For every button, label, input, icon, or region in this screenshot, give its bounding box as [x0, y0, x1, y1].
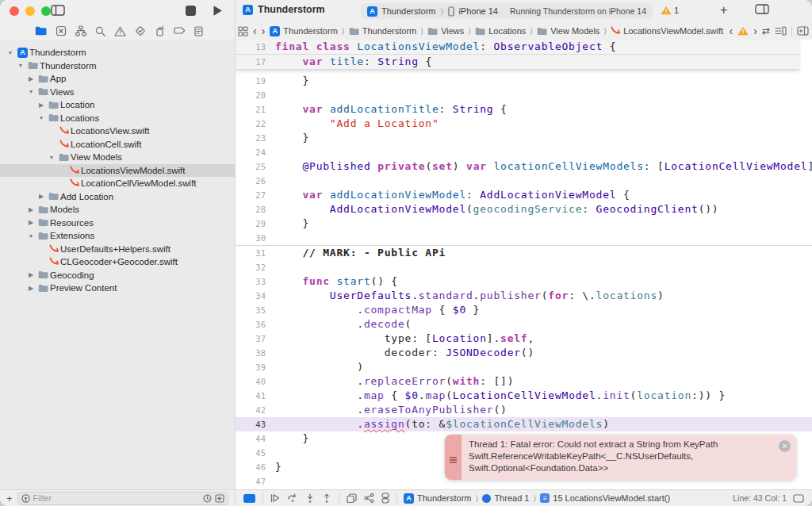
sidebar-item-thunderstorm[interactable]: ▼Thunderstorm [0, 59, 235, 73]
line-number[interactable]: 23 [236, 133, 275, 143]
environment-icon[interactable] [381, 493, 389, 504]
navigator-tab-issues[interactable] [114, 26, 126, 36]
issue-warning-icon[interactable] [737, 26, 749, 36]
code-text[interactable]: decoder: JSONDecoder() [275, 346, 534, 360]
code-text[interactable]: } [275, 74, 309, 88]
jump-bar-item-0[interactable]: AThunderstorm [270, 26, 337, 36]
warning-badge[interactable]: 1 [661, 6, 679, 15]
run-destination[interactable]: iPhone 14 [458, 6, 498, 16]
code-text[interactable]: // MARK: - Public APi [275, 246, 446, 260]
disclosure-open-icon[interactable]: ▼ [46, 155, 57, 160]
back-button[interactable]: ‹ [253, 25, 257, 36]
disclosure-open-icon[interactable]: ▼ [25, 89, 36, 94]
disclosure-open-icon[interactable]: ▼ [5, 50, 16, 56]
line-number[interactable]: 21 [236, 105, 275, 114]
line-number[interactable]: 47 [236, 477, 275, 486]
code-text[interactable]: .decode( [275, 317, 412, 332]
line-number[interactable]: 40 [236, 377, 275, 386]
code-text[interactable]: } [275, 217, 309, 231]
navigator-tab-reports[interactable] [194, 26, 203, 36]
line-number[interactable]: 22 [236, 119, 275, 128]
code-text[interactable]: } [275, 431, 309, 446]
line-number[interactable]: 30 [236, 233, 275, 243]
line-number[interactable]: 36 [236, 320, 275, 329]
sidebar-item-views[interactable]: ▼Views [0, 86, 235, 99]
code-review-icon[interactable]: ⇄ [762, 25, 770, 36]
line-number[interactable]: 44 [236, 434, 275, 443]
disclosure-closed-icon[interactable]: ▶ [36, 102, 47, 109]
navigator-tab-symbols[interactable] [75, 25, 86, 36]
debug-crumb-2[interactable]: ≡15 LocationsViewModel.start() [540, 493, 670, 503]
line-number[interactable]: 31 [236, 248, 275, 258]
code-text[interactable]: .compactMap { $0 } [275, 303, 480, 317]
zoom-window-button[interactable] [41, 6, 51, 16]
line-number[interactable]: 39 [236, 362, 275, 372]
code-text[interactable]: "Add a Location" [275, 117, 439, 131]
sidebar-item-locationcell-swift[interactable]: LocationCell.swift [0, 138, 235, 151]
next-issue-button[interactable]: › [753, 25, 757, 36]
disclosure-closed-icon[interactable]: ▶ [25, 206, 36, 213]
code-text[interactable]: .assign(to: &$locationCellViewModels) [275, 417, 610, 431]
code-text[interactable]: } [275, 131, 309, 145]
sidebar-item-app[interactable]: ▶App [0, 72, 235, 86]
jump-bar-item-2[interactable]: Views [427, 26, 464, 36]
line-number[interactable]: 29 [236, 219, 275, 228]
filter-field[interactable]: Filter [17, 492, 228, 505]
line-number[interactable]: 26 [236, 176, 275, 186]
line-number[interactable]: 13 [236, 42, 275, 52]
jump-bar-item-5[interactable]: LocationsViewModel.swift [611, 26, 723, 36]
sidebar-item-locationsview-swift[interactable]: LocationsView.swift [0, 125, 235, 138]
memory-graph-icon[interactable] [364, 493, 374, 503]
code-text[interactable]: } [275, 460, 282, 474]
line-number[interactable]: 38 [236, 348, 275, 358]
sidebar-item-resources[interactable]: ▶Resources [0, 217, 235, 230]
jump-bar-item-1[interactable]: Thunderstorm [349, 26, 416, 36]
line-number[interactable]: 46 [236, 462, 275, 472]
line-number[interactable]: 32 [236, 263, 275, 272]
previous-issue-button[interactable]: ‹ [730, 25, 733, 36]
sidebar-item-location[interactable]: ▶Location [0, 98, 235, 112]
editor-only-icon[interactable] [793, 494, 804, 503]
code-text[interactable]: func start() { [275, 274, 398, 289]
sidebar-item-thunderstorm[interactable]: ▼AThunderstorm [0, 46, 235, 59]
continue-icon[interactable] [270, 493, 280, 503]
source-editor[interactable]: "Thunderstorm"19 }2021 var addLocationTi… [236, 40, 812, 489]
line-number[interactable]: 33 [236, 277, 275, 286]
library-add-button[interactable]: + [720, 3, 727, 17]
code-text[interactable]: final class LocationsViewModel: Observab… [275, 40, 616, 54]
disclosure-closed-icon[interactable]: ▶ [25, 75, 36, 82]
disclosure-closed-icon[interactable]: ▶ [36, 193, 47, 200]
code-text[interactable]: .map { $0.map(LocationCellViewModel.init… [275, 389, 726, 403]
add-editor-icon[interactable] [797, 26, 809, 36]
add-file-button[interactable]: + [6, 493, 13, 504]
error-banner-drag-handle[interactable] [445, 435, 462, 480]
line-number[interactable]: 28 [236, 205, 275, 214]
navigator-tab-debug[interactable] [155, 25, 165, 36]
code-text[interactable]: AddLocationViewModel(geocodingService: G… [275, 202, 718, 217]
line-number[interactable]: 19 [236, 76, 275, 86]
navigator-tab-find[interactable] [95, 26, 105, 36]
debug-crumb-0[interactable]: AThunderstorm [404, 493, 471, 504]
view-hierarchy-icon[interactable] [347, 493, 357, 504]
code-text[interactable]: .replaceError(with: []) [275, 374, 514, 389]
jump-bar-item-4[interactable]: View Models [537, 26, 599, 36]
run-button[interactable] [213, 5, 223, 17]
line-number[interactable]: 37 [236, 334, 275, 343]
line-number[interactable]: 20 [236, 90, 275, 100]
recents-icon[interactable] [203, 494, 212, 503]
related-items-icon[interactable] [238, 26, 248, 36]
sidebar-item-extensions[interactable]: ▼Extensions [0, 229, 235, 243]
step-into-icon[interactable] [305, 493, 315, 504]
line-number[interactable]: 35 [236, 305, 275, 315]
navigator-tab-project[interactable] [35, 26, 47, 36]
code-text[interactable]: var addLocationTitle: String { [275, 102, 508, 117]
sidebar-item-geocoding[interactable]: ▶Geocoding [0, 269, 235, 282]
scheme-status-pill[interactable]: A Thunderstorm ⟩ iPhone 14 Running Thund… [361, 3, 653, 19]
sidebar-item-view-models[interactable]: ▼View Models [0, 151, 235, 164]
sidebar-item-locations[interactable]: ▼Locations [0, 112, 235, 125]
line-number[interactable]: 42 [236, 405, 275, 415]
disclosure-closed-icon[interactable]: ▶ [25, 271, 36, 278]
forward-button[interactable]: › [262, 25, 266, 36]
disclosure-open-icon[interactable]: ▼ [15, 63, 26, 68]
sidebar-toggle-icon[interactable] [51, 5, 65, 16]
